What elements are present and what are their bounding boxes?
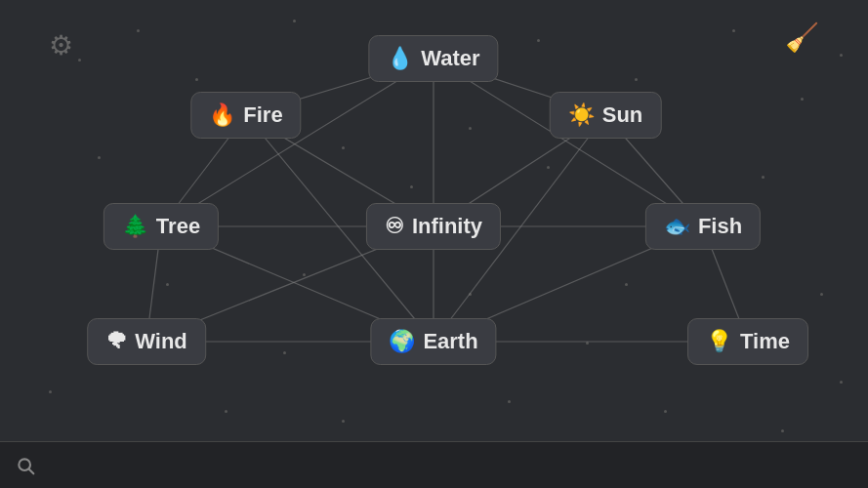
bottom-bar [0, 441, 868, 488]
sun-emoji: ☀️ [568, 102, 595, 128]
line-water-tree [161, 59, 434, 226]
fish-emoji: 🐟 [664, 214, 690, 239]
node-sun[interactable]: ☀️Sun [550, 92, 662, 139]
water-emoji: 💧 [387, 46, 413, 71]
wind-label: Wind [135, 329, 187, 354]
node-tree[interactable]: 🌲Tree [103, 203, 219, 250]
star [820, 293, 823, 296]
line-water-fish [434, 59, 703, 226]
star [283, 351, 286, 354]
star [166, 283, 169, 286]
earth-emoji: 🌍 [389, 329, 415, 354]
star [225, 410, 227, 413]
wind-emoji: 🌪 [105, 329, 127, 354]
star [781, 429, 784, 432]
star [625, 283, 628, 286]
node-fish[interactable]: 🐟Fish [645, 203, 761, 250]
star [98, 156, 101, 159]
star [586, 342, 589, 345]
star [137, 29, 140, 32]
node-time[interactable]: 💡Time [687, 318, 808, 365]
earth-label: Earth [423, 329, 477, 354]
star [78, 59, 81, 61]
star [195, 78, 198, 81]
star [410, 185, 413, 188]
infinity-label: Infinity [412, 214, 482, 239]
node-earth[interactable]: 🌍Earth [370, 318, 496, 365]
infinity-emoji: ♾ [385, 214, 404, 239]
star [342, 146, 345, 149]
node-water[interactable]: 💧Water [368, 35, 498, 82]
fish-label: Fish [698, 214, 742, 239]
star [664, 410, 667, 413]
star [49, 390, 52, 393]
star [801, 98, 804, 101]
fire-label: Fire [243, 102, 282, 128]
clear-icon[interactable]: 🧹 [785, 21, 819, 54]
star [635, 78, 638, 81]
star [840, 54, 843, 57]
star [469, 127, 472, 130]
star [732, 29, 735, 32]
time-label: Time [740, 329, 790, 354]
node-infinity[interactable]: ♾Infinity [366, 203, 501, 250]
star [762, 176, 765, 179]
tree-label: Tree [156, 214, 200, 239]
star [342, 420, 345, 423]
star [469, 293, 472, 296]
star [293, 20, 296, 22]
star [537, 39, 540, 42]
node-wind[interactable]: 🌪Wind [87, 318, 206, 365]
fire-emoji: 🔥 [209, 102, 235, 128]
star [547, 166, 550, 169]
settings-icon[interactable]: ⚙ [49, 29, 73, 61]
sun-label: Sun [602, 102, 643, 128]
time-emoji: 💡 [706, 329, 732, 354]
node-fire[interactable]: 🔥Fire [190, 92, 301, 139]
water-label: Water [421, 46, 479, 71]
star [840, 381, 843, 384]
star [303, 273, 306, 276]
search-icon[interactable] [16, 456, 35, 475]
svg-line-1 [29, 468, 34, 473]
star [508, 400, 511, 403]
tree-emoji: 🌲 [122, 214, 148, 239]
